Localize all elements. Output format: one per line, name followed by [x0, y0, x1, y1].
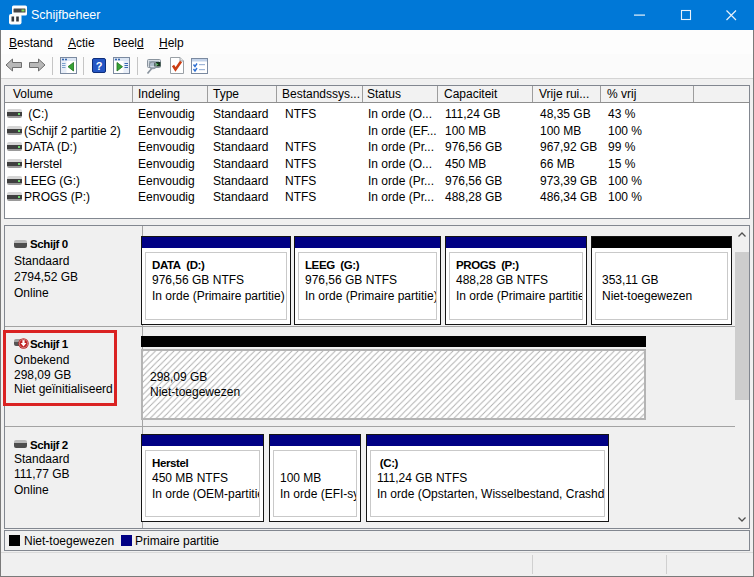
svg-text:?: ? [96, 60, 103, 72]
